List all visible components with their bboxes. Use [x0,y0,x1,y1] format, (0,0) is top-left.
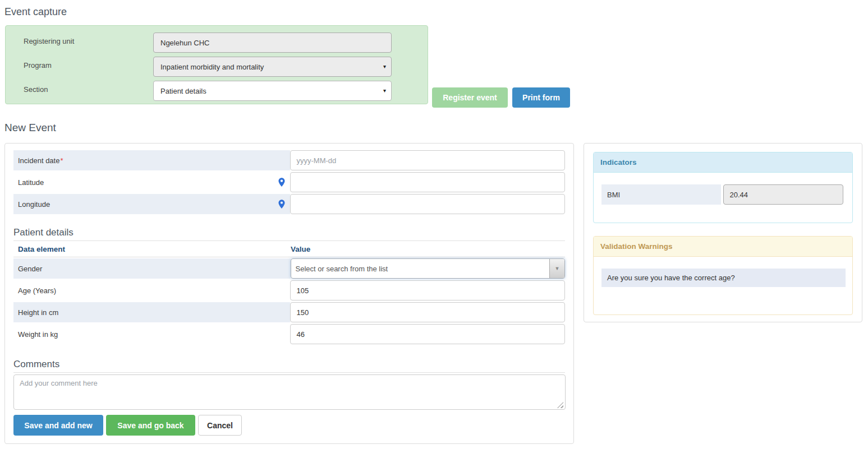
section-select[interactable]: Patient details ▾ [153,81,392,101]
chevron-down-icon: ▾ [383,64,386,70]
latitude-label-text: Latitude [18,178,44,187]
incident-date-row: Incident date* [13,150,565,170]
map-pin-icon[interactable] [277,175,287,189]
height-label-text: Height in cm [18,308,58,317]
latitude-label: Latitude [13,172,290,192]
latitude-input[interactable] [290,172,565,192]
indicators-panel-body: BMI [594,173,852,223]
program-select-value: Inpatient morbidity and mortality [160,63,264,71]
incident-date-input[interactable] [290,150,565,170]
comments-heading: Comments [13,359,565,373]
bmi-label: BMI [601,184,721,205]
combobox-dropdown-button[interactable]: ▼ [549,259,564,278]
gender-label: Gender [13,258,291,279]
register-event-button[interactable]: Register event [432,87,508,108]
bmi-value-input [723,184,843,205]
comment-area-wrap [13,374,565,410]
validation-warning-message: Are you sure you have the correct age? [601,269,846,287]
section-select-value: Patient details [160,87,206,95]
column-header-value: Value [291,245,310,253]
table-row: Height in cm [13,302,565,322]
validation-warnings-panel: Validation Warnings Are you sure you hav… [593,236,853,315]
save-and-add-new-button[interactable]: Save and add new [13,415,103,436]
new-event-title: New Event [4,122,56,134]
data-element-table-header: Data element Value [13,245,565,257]
form-action-buttons: Save and add new Save and go back Cancel [13,415,565,436]
chevron-down-icon: ▼ [555,266,560,271]
weight-input[interactable] [290,324,565,344]
chevron-down-icon: ▾ [383,88,386,94]
page-title: Event capture [4,6,67,18]
longitude-row: Longitude [13,194,565,214]
gender-label-text: Gender [18,265,42,273]
longitude-label-text: Longitude [18,200,50,209]
height-label: Height in cm [13,302,290,322]
age-label-text: Age (Years) [18,286,56,295]
validation-warnings-heading: Validation Warnings [594,237,852,257]
indicators-panel-heading: Indicators [594,152,852,173]
table-row: Age (Years) [13,280,565,300]
cancel-button[interactable]: Cancel [198,415,242,436]
age-input[interactable] [290,280,565,300]
gender-combobox-placeholder: Select or search from the list [291,265,550,273]
longitude-label: Longitude [13,194,290,214]
column-header-data-element: Data element [18,245,291,253]
program-row: Program Inpatient morbidity and mortalit… [24,57,428,77]
section-label: Section [24,81,153,101]
program-label: Program [24,57,153,77]
program-select[interactable]: Inpatient morbidity and mortality ▾ [153,57,392,77]
registering-unit-input[interactable] [153,33,392,53]
capture-settings-panel: Registering unit Program Inpatient morbi… [5,25,428,104]
indicator-row: BMI [601,184,843,205]
weight-label-text: Weight in kg [18,330,58,339]
weight-label: Weight in kg [13,324,290,344]
required-marker: * [60,156,63,165]
print-form-button[interactable]: Print form [512,87,570,108]
longitude-input[interactable] [290,194,565,214]
incident-date-label-text: Incident date [18,156,59,165]
indicators-panel: Indicators BMI [593,152,853,223]
validation-warnings-body: Are you sure you have the correct age? [594,257,852,314]
registering-unit-row: Registering unit [24,33,428,53]
incident-date-label: Incident date* [13,150,290,170]
save-and-go-back-button[interactable]: Save and go back [106,415,195,436]
section-row: Section Patient details ▾ [24,81,428,101]
table-row: Gender Select or search from the list ▼ [13,258,565,279]
height-input[interactable] [290,302,565,322]
age-label: Age (Years) [13,280,290,300]
latitude-row: Latitude [13,172,565,192]
map-pin-icon[interactable] [277,197,287,211]
gender-combobox[interactable]: Select or search from the list ▼ [291,258,566,279]
event-capture-page: Event capture Registering unit Program I… [0,0,868,458]
side-panels: Indicators BMI Validation Warnings Are y… [584,143,862,322]
registering-unit-label: Registering unit [24,33,153,53]
event-form-card: Incident date* Latitude Longitude Pati [4,143,574,444]
patient-details-heading: Patient details [13,227,565,241]
table-row: Weight in kg [13,324,565,344]
comment-textarea[interactable] [13,374,566,410]
